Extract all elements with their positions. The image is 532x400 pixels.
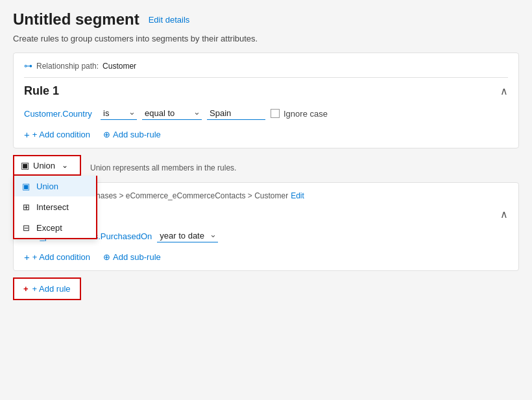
operator-except-item[interactable]: ⊟ Except bbox=[14, 217, 96, 238]
rule1-add-condition-btn[interactable]: + + Add condition bbox=[24, 129, 90, 140]
rule1-ignore-case-wrapper: Ignore case bbox=[271, 109, 328, 119]
operator-intersect-label: Intersect bbox=[36, 202, 69, 212]
intersect-icon: ⊞ bbox=[21, 202, 31, 212]
rule2-add-sub-rule-label: Add sub-rule bbox=[113, 252, 161, 262]
rule1-add-condition-plus-icon: + bbox=[24, 129, 30, 140]
operator-dropdown-menu: ▣ Union ⊞ Intersect ⊟ Except bbox=[13, 176, 97, 239]
rule2-add-condition-btn[interactable]: + + Add condition bbox=[24, 252, 90, 263]
operator-dropdown-container: ▣ Union ⌄ ▣ Union ⊞ Intersect ⊟ Except bbox=[13, 155, 81, 176]
rule1-actions-row: + + Add condition ⊕ Add sub-rule bbox=[24, 129, 508, 140]
operator-section: ▣ Union ⌄ ▣ Union ⊞ Intersect ⊟ Except U bbox=[13, 155, 519, 176]
edit-details-link[interactable]: Edit details bbox=[149, 15, 190, 25]
operator-chevron-icon: ⌄ bbox=[62, 161, 68, 170]
rule1-ignore-case-label: Ignore case bbox=[284, 109, 328, 119]
rule2-add-condition-plus-icon: + bbox=[24, 252, 30, 263]
rule2-collapse-icon[interactable]: ∧ bbox=[500, 208, 508, 220]
rule1-comparator-dropdown-wrapper: equal to not equal to contains starts wi… bbox=[142, 107, 202, 120]
operator-selected-icon: ▣ bbox=[21, 160, 29, 171]
operator-union-item[interactable]: ▣ Union bbox=[14, 176, 96, 196]
rule1-field-label: Customer.Country bbox=[24, 109, 95, 119]
operator-union-label: Union bbox=[36, 182, 58, 191]
rule2-time-dropdown-wrapper: year to date last 30 days last 7 days la… bbox=[157, 229, 218, 242]
rule2-add-condition-label: + Add condition bbox=[32, 252, 90, 262]
except-icon: ⊟ bbox=[21, 222, 31, 233]
operator-hint: Union represents all members in the rule… bbox=[90, 163, 236, 172]
union-icon: ▣ bbox=[21, 181, 31, 191]
add-rule-icon: + bbox=[23, 284, 29, 294]
rule1-condition-row: Customer.Country is is not equal to not … bbox=[24, 107, 508, 120]
page-subtitle: Create rules to group customers into seg… bbox=[13, 34, 519, 43]
rule1-add-condition-label: + Add condition bbox=[32, 130, 90, 139]
rule1-header: Rule 1 ∧ bbox=[24, 84, 508, 98]
rule2-add-sub-rule-btn[interactable]: ⊕ Add sub-rule bbox=[103, 252, 161, 262]
rule2-time-select[interactable]: year to date last 30 days last 7 days la… bbox=[157, 229, 218, 242]
rule1-collapse-icon[interactable]: ∧ bbox=[500, 85, 508, 97]
rule1-title: Rule 1 bbox=[24, 84, 59, 98]
rule2-actions-row: + + Add condition ⊕ Add sub-rule bbox=[24, 252, 508, 263]
rule1-sub-rule-icon: ⊕ bbox=[103, 130, 110, 139]
rule1-operator-select[interactable]: is is not bbox=[101, 107, 137, 120]
rule1-comparator-select[interactable]: equal to not equal to contains starts wi… bbox=[142, 107, 202, 120]
relationship-label: Relationship path: bbox=[36, 62, 99, 71]
rule1-operator-dropdown-wrapper: is is not bbox=[101, 107, 137, 120]
rule1-value-input[interactable] bbox=[207, 107, 265, 120]
rule2-sub-rule-icon: ⊕ bbox=[103, 252, 110, 262]
relationship-icon: ⊶ bbox=[24, 61, 32, 71]
rule1-add-sub-rule-label: Add sub-rule bbox=[113, 130, 161, 139]
operator-intersect-item[interactable]: ⊞ Intersect bbox=[14, 196, 96, 217]
rule1-add-sub-rule-btn[interactable]: ⊕ Add sub-rule bbox=[103, 130, 161, 139]
operator-button[interactable]: ▣ Union ⌄ bbox=[13, 155, 81, 176]
operator-selected-label: Union bbox=[33, 161, 55, 171]
rule1-ignore-case-checkbox[interactable] bbox=[271, 109, 280, 118]
rule2-rel-path-edit-link[interactable]: Edit bbox=[291, 191, 304, 200]
relationship-value: Customer bbox=[103, 62, 136, 71]
relationship-bar: ⊶ Relationship path: Customer bbox=[24, 61, 508, 71]
add-rule-button[interactable]: + + Add rule bbox=[13, 277, 81, 300]
operator-except-label: Except bbox=[36, 223, 62, 233]
page-title: Untitled segment bbox=[13, 10, 139, 29]
rule1-card: ⊶ Relationship path: Customer Rule 1 ∧ C… bbox=[13, 53, 519, 148]
add-rule-label: + Add rule bbox=[32, 284, 71, 294]
